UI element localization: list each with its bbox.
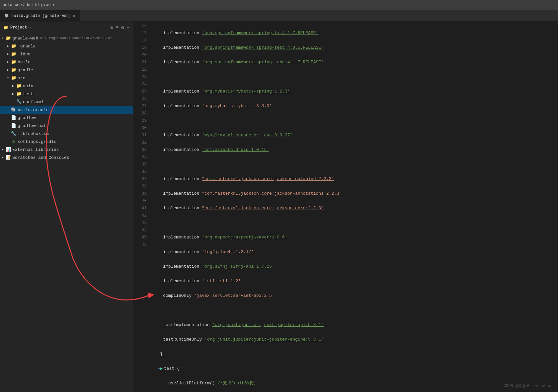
tree-arrow-external-libraries[interactable]: ▶ xyxy=(0,148,5,152)
tree-label-itbluebox-xml: itbluebox.xml xyxy=(18,131,51,136)
code-line-31: implementation 'log4j:log4j:1.2.17' xyxy=(153,248,558,256)
tree-item-gradle[interactable]: ▶ 📁 gradle xyxy=(0,66,133,74)
tree-arrow-root[interactable]: ▾ xyxy=(0,36,5,40)
folder-icon-idea: 📁 xyxy=(11,51,17,57)
folder-icon-main: 📁 xyxy=(16,83,22,89)
tree-item-settings-gradle[interactable]: ▶ ⚙ settings.gradle xyxy=(0,138,133,146)
tree-item-root[interactable]: ▾ 📁 gradle-web D:\ProgramWorkSpace\IDEA\… xyxy=(0,34,133,42)
code-line-23: implementation 'mysql:mysql-connector-ja… xyxy=(153,132,558,139)
tree-item-gradlew[interactable]: ▶ 📄 gradlew xyxy=(0,114,133,122)
sidebar: 📁 Project ▾ ⊕ ≡ ⚙ − ▾ 📁 gradle-web D:\Pr… xyxy=(0,22,133,392)
tree-label-scratches: Scratches and Consoles xyxy=(12,155,69,160)
tree-arrow-src[interactable]: ▾ xyxy=(5,76,11,80)
tab-bar: 🐘 build.gradle (gradle-web) ✕ xyxy=(0,10,558,22)
tree-label-gradle: gradle xyxy=(18,68,33,73)
watermark: CSDN @蓝盒子itbluebox xyxy=(504,383,551,389)
tree-arrow-gradle[interactable]: ▶ xyxy=(5,68,11,72)
settings-icon[interactable]: ⚙ xyxy=(121,25,124,31)
sidebar-title: 📁 Project ▾ xyxy=(3,25,31,30)
project-label: Project xyxy=(10,25,27,30)
sidebar-header: 📁 Project ▾ ⊕ ≡ ⚙ − xyxy=(0,22,133,33)
code-line-36: testImplementation 'org.junit.jupiter:ju… xyxy=(153,321,558,329)
tree-item-scratches-consoles[interactable]: ▶ 📝 Scratches and Consoles xyxy=(0,154,133,162)
tree-path-root: D:\ProgramWorkSpace\IDEA\20220707 xyxy=(40,36,112,40)
breadcrumb: adle-web > build.gradle xyxy=(3,3,55,7)
code-line-39: ⌐▶test { xyxy=(153,365,558,372)
folder-icon: 📁 xyxy=(3,25,8,30)
sidebar-tree: ▾ 📁 gradle-web D:\ProgramWorkSpace\IDEA\… xyxy=(0,33,133,392)
fold-bracket-38: ⌐ xyxy=(158,351,160,358)
main-layout: 📁 Project ▾ ⊕ ≡ ⚙ − ▾ 📁 gradle-web D:\Pr… xyxy=(0,22,558,392)
code-line-38: ⌐} xyxy=(153,351,558,358)
code-area[interactable]: 16 17 18 19 20 21 22 23 24 25 26 27 28 2… xyxy=(133,22,558,392)
code-line-27: implementation "com.fasterxml.jackson.co… xyxy=(153,190,558,197)
tree-item-build-gradle[interactable]: ▶ 🐘 build.gradle xyxy=(0,106,133,114)
code-line-21: implementation 'org.mybatis:mybatis:3.3.… xyxy=(153,102,558,110)
tree-item-external-libraries[interactable]: ▶ 📊 External Libraries xyxy=(0,146,133,154)
bat-icon-gradlew: 📄 xyxy=(11,123,17,128)
tree-arrow-scratches[interactable]: ▶ xyxy=(0,156,5,160)
tree-label-idea: .idea xyxy=(18,52,31,57)
folder-icon-root: 📁 xyxy=(5,35,11,41)
tree-label-conf-xml: conf.xml xyxy=(23,99,43,104)
code-line-24: implementation 'com.alibaba:druid:1.0.15… xyxy=(153,146,558,154)
tree-item-gradle-hidden[interactable]: ▶ 📁 .gradle xyxy=(0,42,133,50)
folder-icon-build: 📁 xyxy=(11,59,17,65)
editor: 16 17 18 19 20 21 22 23 24 25 26 27 28 2… xyxy=(133,22,558,392)
tab-label: build.gradle (gradle-web) xyxy=(11,14,71,18)
run-icon-39[interactable]: ▶ xyxy=(160,365,163,372)
collapse-all-icon[interactable]: ≡ xyxy=(116,25,119,30)
scratches-icon: 📝 xyxy=(5,155,11,160)
fold-bracket-39: ⌐ xyxy=(158,365,160,372)
code-line-28: implementation "com.fasterxml.jackson.co… xyxy=(153,205,558,212)
globe-icon[interactable]: ⊕ xyxy=(110,25,113,31)
tree-arrow-main[interactable]: ▶ xyxy=(11,84,16,88)
code-content: implementation 'org.springframework:spri… xyxy=(149,22,558,392)
tab-close-button[interactable]: ✕ xyxy=(73,14,75,18)
tree-item-gradlew-bat[interactable]: ▶ 📄 gradlew.bat xyxy=(0,122,133,130)
code-line-29 xyxy=(153,219,558,227)
minimize-icon[interactable]: − xyxy=(127,25,129,30)
code-line-16: implementation 'org.springframework:spri… xyxy=(153,30,558,37)
code-line-22 xyxy=(153,117,558,124)
tree-label-gradlew-bat: gradlew.bat xyxy=(18,123,46,128)
tree-item-main[interactable]: ▶ 📁 main xyxy=(0,82,133,90)
folder-icon-test: 📁 xyxy=(16,91,22,97)
tree-item-src[interactable]: ▾ 📁 src xyxy=(0,74,133,82)
dropdown-icon[interactable]: ▾ xyxy=(29,26,31,30)
tree-label-gradlew: gradlew xyxy=(18,115,36,120)
tree-label-src: src xyxy=(18,76,25,81)
tree-item-conf-xml[interactable]: ▶ 🔧 conf.xml xyxy=(0,98,133,106)
code-line-32: implementation 'org.slf4j:slf4j-api:1.7.… xyxy=(153,263,558,270)
tree-item-test[interactable]: ▶ 📁 test xyxy=(0,90,133,98)
code-line-20: implementation 'org.mybatis:mybatis-spri… xyxy=(153,88,558,95)
tree-label-build-gradle: build.gradle xyxy=(18,107,49,112)
breadcrumb-project: adle-web xyxy=(3,3,22,7)
tree-item-idea[interactable]: ▶ 📁 .idea xyxy=(0,50,133,58)
tree-label-test: test xyxy=(23,92,33,97)
gradle-tab-icon: 🐘 xyxy=(5,14,9,18)
code-line-17: implementation 'org.springframework:spri… xyxy=(153,44,558,51)
folder-icon-src: 📁 xyxy=(11,75,17,81)
code-line-18: implementation 'org.springframework:spri… xyxy=(153,59,558,66)
tab-build-gradle[interactable]: 🐘 build.gradle (gradle-web) ✕ xyxy=(0,10,80,22)
code-line-30: implementation 'org.aspectj:aspectjweave… xyxy=(153,234,558,241)
file-icon-gradlew: 📄 xyxy=(11,115,17,120)
settings-gradle-icon: ⚙ xyxy=(11,139,17,144)
code-line-25 xyxy=(153,161,558,168)
code-line-34: compileOnly 'javax.servlet:servlet-api:2… xyxy=(153,292,558,299)
tree-label-settings-gradle: settings.gradle xyxy=(18,139,56,144)
line-numbers: 16 17 18 19 20 21 22 23 24 25 26 27 28 2… xyxy=(133,22,149,392)
folder-icon-gradle-hidden: 📁 xyxy=(11,43,17,49)
tree-arrow-idea[interactable]: ▶ xyxy=(5,52,11,56)
code-line-26: implementation "com.fasterxml.jackson.co… xyxy=(153,175,558,183)
gradle-icon-build: 🐘 xyxy=(11,107,17,112)
tree-arrow-build[interactable]: ▶ xyxy=(5,60,11,64)
code-line-35 xyxy=(153,307,558,314)
tree-arrow-test[interactable]: ▶ xyxy=(11,92,16,96)
code-line-19 xyxy=(153,73,558,81)
tree-item-itbluebox-xml[interactable]: ▶ 🔧 itbluebox.xml xyxy=(0,130,133,138)
library-icon: 📊 xyxy=(5,147,11,152)
tree-item-build[interactable]: ▶ 📁 build xyxy=(0,58,133,66)
tree-arrow-gradle-hidden[interactable]: ▶ xyxy=(5,44,11,48)
